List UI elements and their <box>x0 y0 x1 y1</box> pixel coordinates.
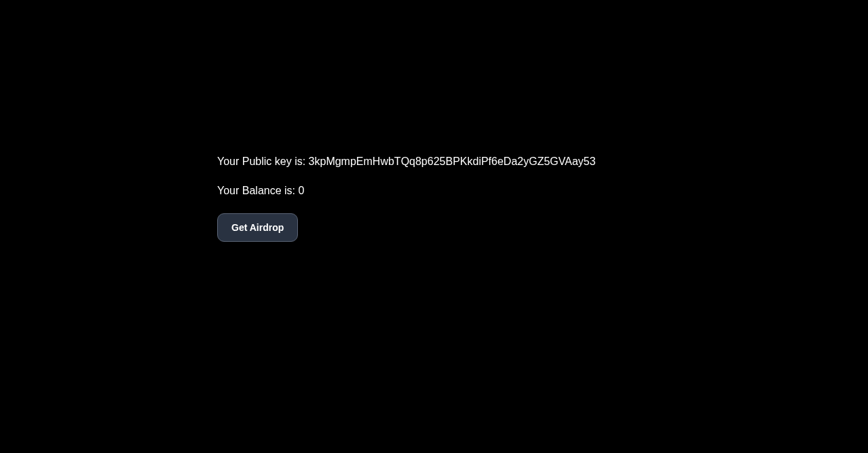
wallet-info-container: Your Public key is: 3kpMgmpEmHwbTQq8p625… <box>217 155 596 242</box>
public-key-line: Your Public key is: 3kpMgmpEmHwbTQq8p625… <box>217 155 596 169</box>
public-key-value: 3kpMgmpEmHwbTQq8p625BPKkdiPf6eDa2yGZ5GVA… <box>309 156 596 167</box>
balance-label: Your Balance is: <box>217 185 298 196</box>
balance-line: Your Balance is: 0 <box>217 184 596 198</box>
balance-value: 0 <box>298 185 304 196</box>
get-airdrop-button[interactable]: Get Airdrop <box>217 213 298 242</box>
public-key-label: Your Public key is: <box>217 156 309 167</box>
